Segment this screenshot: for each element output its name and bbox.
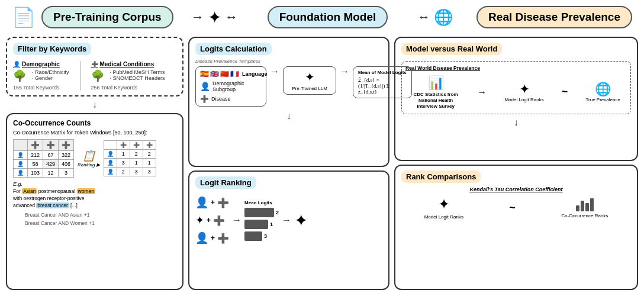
rm-r2c1: 3 (117, 159, 130, 168)
network-r2: ✦ (195, 214, 204, 227)
kendall-tau-label: Kendall's Tau Correlation Coefficient (401, 186, 631, 192)
bar-label-1: 2 (276, 210, 279, 215)
globe-icon-header: 🌐 (434, 8, 453, 27)
rank-bar-area: 2 1 3 (244, 208, 279, 241)
middle-column: Logits Calculation Disease Prevalence Te… (188, 37, 389, 290)
final-network: ✦ (294, 211, 308, 230)
mc-h2: ➕ (43, 140, 59, 151)
template-row-demo: 👤 DemographicSubgroup (200, 81, 262, 92)
med-item-2: · SNOMEDCT Headers (110, 75, 165, 81)
rm-r3c1: 2 (117, 168, 130, 176)
rank-arrow-text: Ranking ▶ (78, 162, 100, 168)
true-prev-label: True Prevalence (585, 97, 620, 102)
tilde-icon: ~ (562, 86, 568, 98)
demographic-label: Demographic (22, 61, 60, 67)
template-box: 🇪🇸 🇬🇧 🇨🇳 🇫🇷 Language 👤 DemographicSubgro… (195, 66, 266, 107)
mc-h1: ➕ (28, 140, 43, 151)
bv-1 (576, 205, 579, 211)
logits-box: Logits Calculation Disease Prevalence Te… (188, 37, 389, 167)
logits-inner: 🇪🇸 🇬🇧 🇨🇳 🇫🇷 Language 👤 DemographicSubgro… (195, 66, 382, 107)
llm-box: ✦ Pre-Trained LLM (283, 66, 336, 95)
formula-box: Mean of Model Logits z̄_{d,s} = (1/|T_{d… (353, 66, 412, 98)
mc-r2c1: 58 (28, 160, 43, 169)
rm-r3c3: 3 (143, 168, 156, 176)
plus-r2: + (207, 216, 211, 224)
plus-r3: + (211, 234, 215, 242)
globe-icon-rank: 🌐 (595, 82, 611, 97)
asian-highlight: Asian (22, 188, 37, 194)
bv-4 (590, 198, 594, 211)
logits-title: Logits Calculation (195, 43, 272, 55)
disease-title: Real Disease Prevalence (476, 6, 632, 28)
ranking-group: 👤 + ➕ ✦ + ➕ 👤 + ➕ (195, 196, 229, 244)
mc-r2c2: 429 (43, 160, 59, 169)
keyword-section: 👤 Demographic 🌳 · Race/Ethnicity · Gende… (13, 61, 176, 91)
divider-vertical (80, 61, 80, 91)
rank-comp-cooccurrence: Co-Occurrence Ranks (561, 197, 608, 218)
llm-label: Pre-Trained LLM (288, 86, 331, 91)
rm-r1c0: 👤 (104, 150, 117, 159)
content-area: Filter by Keywords 👤 Demographic 🌳 · Rac… (0, 34, 644, 294)
rm-r2c3: 1 (143, 159, 156, 168)
comp-cooccurrence-label: Co-Occurrence Ranks (561, 213, 608, 218)
ranking-row-3: 👤 + ➕ (195, 231, 229, 244)
tilde-comp: ~ (509, 202, 516, 214)
rm-h1: ➕ (117, 141, 130, 150)
flag-gb: 🇬🇧 (210, 70, 219, 78)
down-arrow-1: ↓ (6, 100, 183, 110)
model-real-box: Model versus Real World Real World Disea… (394, 37, 638, 161)
tree-med: 🌳 (91, 69, 104, 82)
main-container: 📄 Pre-Training Corpus → ✦ ↔ Foundation M… (0, 0, 644, 296)
bar-label-3: 3 (264, 233, 267, 239)
bar-block-1 (244, 208, 274, 217)
rank-arrow-label: 📋 Ranking ▶ (78, 149, 100, 168)
cross-r1: ➕ (217, 197, 229, 208)
matrix-area: ➕ ➕ ➕ 👤 212 67 322 👤 58 (13, 139, 176, 178)
example-label: E.g. (13, 181, 176, 187)
flag-cn: 🇨🇳 (220, 70, 229, 78)
bc-line-1: Breast Cancer AND Asian +1 (25, 212, 176, 218)
plus-r1: + (211, 198, 215, 207)
language-label: Language (242, 71, 268, 77)
top-header: 📄 Pre-Training Corpus → ✦ ↔ Foundation M… (0, 0, 644, 34)
model-real-content: 📊 CDC Statistics from National Health In… (405, 75, 627, 110)
medical-label: Medical Conditions (100, 61, 154, 67)
template-row-disease: ➕ Disease (200, 95, 262, 103)
rank-comp-model: ✦ Model Logit Ranks (424, 196, 463, 220)
left-column: Filter by Keywords 👤 Demographic 🌳 · Rac… (6, 37, 183, 290)
arrow-to-llm: → (270, 66, 279, 77)
demo-item-2: · Gender (32, 75, 69, 81)
network-icon-rank: ✦ (519, 82, 530, 97)
cdc-text: CDC Statistics from National Health Inte… (412, 92, 459, 110)
bar-chart-area: Mean Logits 2 1 (244, 200, 279, 241)
demo-count: 165 Total Keywords (13, 85, 59, 91)
rm-r2c0: 👤 (104, 159, 117, 168)
down-arrow-real: ↓ (401, 118, 631, 127)
demo-sub-label: DemographicSubgroup (212, 81, 244, 92)
mc-r1c1: 212 (28, 151, 43, 160)
mc-r3c1: 103 (28, 169, 43, 178)
corpus-section: 📄 Pre-Training Corpus (12, 6, 191, 28)
right-column: Model versus Real World Real World Disea… (394, 37, 638, 290)
bv-3 (585, 203, 589, 211)
ranking-visual: 👤 + ➕ ✦ + ➕ 👤 + ➕ (195, 196, 382, 244)
cancer-highlight: breast cancer (36, 202, 69, 208)
mean-logits-label: Mean Logits (244, 200, 279, 205)
rank-comparison-visual: ✦ Model Logit Ranks ~ Co-Occurrenc (401, 196, 631, 220)
cross-r3: ➕ (217, 233, 229, 244)
person-icon-logits: 👤 (200, 82, 210, 91)
mc-r3c3: 3 (59, 169, 74, 178)
bar-block-3 (244, 231, 262, 241)
arrow-right-2: ↔ (417, 9, 430, 25)
down-arrow-logits: ↓ (195, 111, 382, 121)
cross-icon-med: ➕ (91, 61, 98, 67)
person-icon-r3: 👤 (195, 231, 208, 244)
cross-icon-logits: ➕ (200, 95, 209, 103)
ranking-box: Logit Ranking 👤 + ➕ ✦ + ➕ (188, 170, 389, 290)
cdc-icon: 📊 (412, 75, 459, 92)
bar-item-3: 3 (244, 231, 267, 241)
co-subtitle: Co-Occurrence Matrix for Token Windows [… (13, 130, 176, 136)
model-real-title: Model versus Real World (401, 43, 502, 55)
cooccurrence-box: Co-Occurrence Counts Co-Occurrence Matri… (6, 113, 183, 290)
mc-r2c3: 406 (59, 160, 74, 169)
